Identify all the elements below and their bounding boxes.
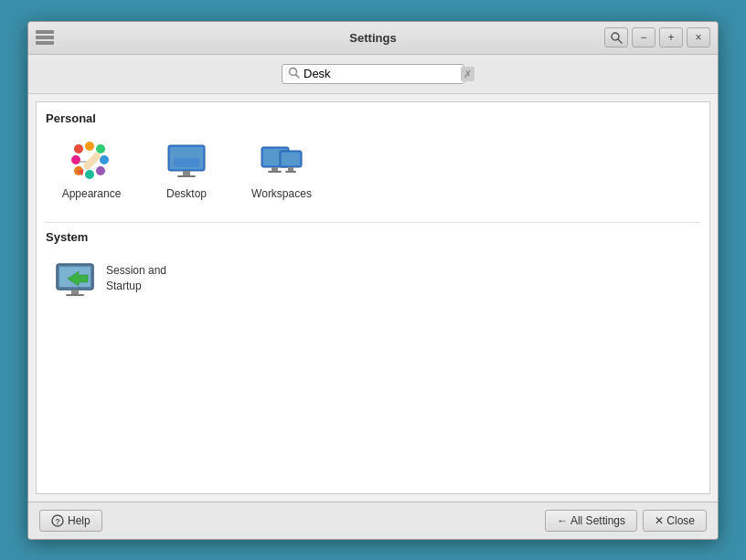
search-box: ✗ <box>282 64 464 84</box>
window-title: Settings <box>349 31 396 45</box>
svg-rect-23 <box>272 167 278 171</box>
svg-point-5 <box>85 142 94 151</box>
appearance-icon <box>69 140 113 184</box>
svg-rect-27 <box>288 167 293 171</box>
system-section: System <box>46 230 700 306</box>
workspaces-icon <box>260 140 304 184</box>
session-startup-label: Session andStartup <box>106 263 166 294</box>
all-settings-button[interactable]: ← All Settings <box>545 510 637 532</box>
svg-rect-24 <box>268 171 282 173</box>
footer: ? Help ← All Settings ✕ Close <box>28 502 718 539</box>
maximize-button[interactable]: + <box>659 27 683 48</box>
svg-point-7 <box>100 155 109 164</box>
session-startup-item[interactable]: Session andStartup <box>46 251 700 306</box>
personal-section: Personal <box>46 111 700 207</box>
system-section-label: System <box>46 230 700 244</box>
search-icon <box>288 67 300 81</box>
clear-search-button[interactable]: ✗ <box>461 67 474 81</box>
search-area: ✗ <box>28 55 718 94</box>
svg-rect-19 <box>183 171 190 175</box>
svg-rect-34 <box>66 294 84 296</box>
settings-window: Settings − + × ✗ <box>27 21 719 540</box>
svg-rect-26 <box>282 153 300 165</box>
close-button[interactable]: × <box>687 27 710 48</box>
svg-rect-20 <box>177 175 196 177</box>
personal-section-label: Personal <box>46 111 700 125</box>
svg-point-8 <box>96 166 105 175</box>
svg-point-11 <box>71 155 80 164</box>
window-icon <box>36 30 54 45</box>
workspaces-item[interactable]: Workspaces <box>236 132 327 207</box>
desktop-label: Desktop <box>166 187 207 200</box>
system-items: Session andStartup <box>46 251 700 306</box>
desktop-item[interactable]: Desktop <box>141 132 232 207</box>
titlebar-left <box>36 30 58 45</box>
svg-line-1 <box>618 39 622 43</box>
content-area: Personal <box>36 101 710 494</box>
help-icon: ? <box>51 514 64 527</box>
titlebar: Settings − + × <box>28 22 718 55</box>
desktop-icon <box>165 140 208 184</box>
appearance-item[interactable]: Appearance <box>46 132 137 207</box>
svg-point-9 <box>85 170 94 179</box>
session-icon <box>53 257 97 301</box>
svg-rect-33 <box>71 290 79 294</box>
personal-items: Appearance <box>46 132 700 207</box>
minimize-button[interactable]: − <box>632 27 655 48</box>
appearance-label: Appearance <box>62 187 122 200</box>
svg-rect-18 <box>174 158 199 167</box>
help-button[interactable]: ? Help <box>39 510 102 532</box>
section-divider <box>46 222 700 223</box>
titlebar-buttons: − + × <box>604 27 710 48</box>
svg-line-3 <box>296 74 300 78</box>
footer-right: ← All Settings ✕ Close <box>545 510 707 532</box>
search-input[interactable] <box>304 67 457 80</box>
svg-point-6 <box>96 144 105 153</box>
svg-point-4 <box>74 144 83 153</box>
titlebar-search-button[interactable] <box>604 27 628 48</box>
svg-text:?: ? <box>55 517 60 526</box>
workspaces-label: Workspaces <box>251 187 312 200</box>
close-button-footer[interactable]: ✕ Close <box>643 510 707 532</box>
svg-rect-28 <box>285 171 296 173</box>
